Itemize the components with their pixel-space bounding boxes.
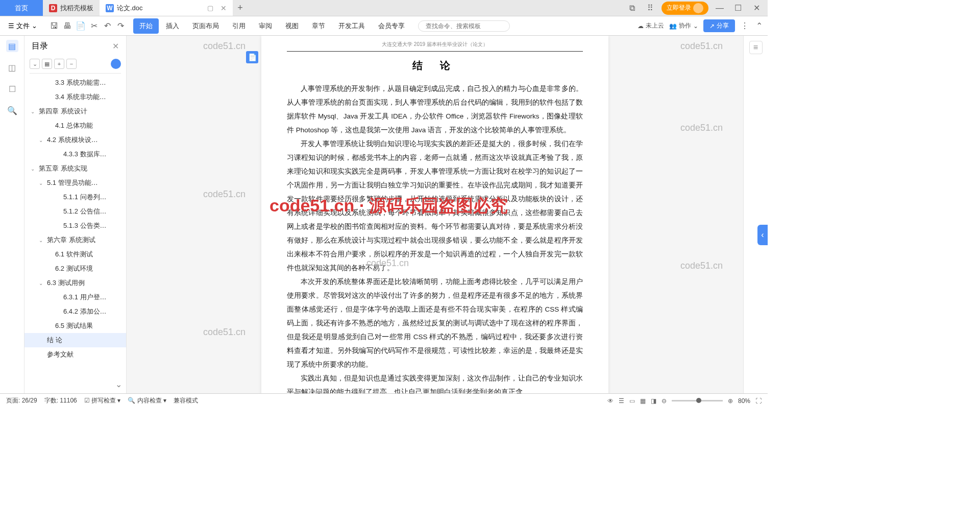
share-button[interactable]: ↗分享 [703,19,735,32]
zoom-in-icon[interactable]: ⊕ [728,397,733,405]
document-page: 📄 大连交通大学 2019 届本科生毕业设计（论文） 结 论 人事管理系统的开发… [261,36,608,393]
outline-toggle-icon[interactable]: ▤ [6,40,18,52]
collab-label: 协作 [679,21,691,30]
collab-button[interactable]: 👥协作⌄ [669,21,698,30]
ribbon-tab-chapter[interactable]: 章节 [306,18,331,34]
outline-panel: 目录 ✕ ⌄ ▦ + − 3.3 系统功能需…3.4 系统非功能…⌄第四章 系统… [24,36,127,393]
outline-item[interactable]: 4.3.3 数据库… [24,147,126,161]
outline-item[interactable]: 6.1 软件测试 [24,247,126,262]
outline-plus-icon[interactable]: + [54,59,64,69]
outline-item[interactable]: 结 论 [24,333,126,347]
ribbon-tab-insert[interactable]: 插入 [160,18,185,34]
fullscreen-icon[interactable]: ⛶ [755,397,762,405]
outline-item[interactable]: 参考文献 [24,347,126,362]
outline-collapse-icon[interactable]: ⌄ [30,59,40,69]
redo-icon[interactable]: ↷ [116,21,125,31]
outline-item[interactable]: 6.2 测试环境 [24,262,126,276]
outline-item[interactable]: 5.1.2 公告信… [24,204,126,219]
view-page-icon[interactable]: ▭ [629,397,635,405]
ribbon-tab-references[interactable]: 引用 [226,18,252,34]
minimize-button[interactable]: — [713,2,727,14]
outline-close-icon[interactable]: ✕ [112,41,119,51]
undo-icon[interactable]: ↶ [103,21,112,31]
status-contentcheck[interactable]: 🔍 内容检查 ▾ [128,396,166,405]
ribbon-bar: ☰ 文件 ⌄ 🖫 🖶 📄 ✂ ↶ ↷ 开始 插入 页面布局 引用 审阅 视图 章… [0,16,768,36]
outline-item[interactable]: 6.4.2 添加公… [24,304,126,319]
tab-document-active[interactable]: W 论文.doc ▢ ✕ [100,0,233,16]
document-area[interactable]: 📄 大连交通大学 2019 届本科生毕业设计（论文） 结 论 人事管理系统的开发… [127,36,743,393]
status-page[interactable]: 页面: 26/29 [6,396,37,405]
search-panel-icon[interactable]: 🔍 [6,104,18,116]
zoom-out-icon[interactable]: ⊖ [662,397,667,405]
zoom-level[interactable]: 80% [738,397,750,405]
chevron-down-icon: ⌄ [32,22,37,30]
layout-icon[interactable]: ⧉ [625,2,639,14]
tab-label: 找稻壳模板 [60,4,93,13]
ribbon-tab-start[interactable]: 开始 [133,18,159,34]
status-compat[interactable]: 兼容模式 [174,396,198,405]
close-button[interactable]: ✕ [749,2,764,14]
more-icon[interactable]: ⋮ [740,21,749,31]
outline-item[interactable]: ⌄4.2 系统模块设… [24,133,126,147]
divider [30,73,121,74]
apps-icon[interactable]: ⠿ [643,2,657,14]
status-wordcount[interactable]: 字数: 11106 [44,396,77,405]
outline-list[interactable]: 3.3 系统功能需…3.4 系统非功能…⌄第四章 系统设计4.1 总体功能⌄4.… [24,76,126,375]
file-menu-button[interactable]: ☰ 文件 ⌄ [4,21,41,31]
save-icon[interactable]: 🖫 [50,21,59,31]
view-eye-icon[interactable]: 👁 [607,397,614,405]
print-icon[interactable]: 🖶 [63,21,72,31]
outline-sync-icon[interactable] [111,59,121,69]
tab-templates[interactable]: D 找稻壳模板 [43,0,100,16]
ribbon-tab-review[interactable]: 审阅 [253,18,278,34]
outline-grid-icon[interactable]: ▦ [42,59,52,69]
login-button[interactable]: 立即登录 [662,2,708,15]
ribbon-tab-devtools[interactable]: 开发工具 [332,18,371,34]
outline-item[interactable]: 6.3.1 用户登… [24,290,126,304]
zoom-slider[interactable] [672,400,723,401]
cloud-status-button[interactable]: ☁未上云 [638,21,664,30]
outline-item[interactable]: ⌄第四章 系统设计 [24,104,126,119]
doc-icon: D [49,4,57,12]
search-input[interactable] [418,20,510,32]
outline-item[interactable]: 5.1.3 公告类… [24,219,126,233]
ribbon-tab-layout[interactable]: 页面布局 [186,18,225,34]
side-handle[interactable]: ‹ [757,225,768,245]
outline-scroll-down-icon[interactable]: ⌄ [111,375,126,393]
tab-close-icon[interactable]: ✕ [220,4,227,12]
paragraph-panel-icon[interactable]: ≡ [749,41,763,54]
outline-item[interactable]: ⌄第五章 系统实现 [24,161,126,176]
view-read-icon[interactable]: ☰ [619,397,624,405]
view-outline-icon[interactable]: ◨ [651,397,656,405]
maximize-button[interactable]: ☐ [731,2,745,14]
outline-item[interactable]: 3.3 系统功能需… [24,76,126,90]
status-bar: 页面: 26/29 字数: 11106 ☑ 拼写检查 ▾ 🔍 内容检查 ▾ 兼容… [0,393,768,408]
outline-item[interactable]: ⌄5.1 管理员功能… [24,176,126,190]
outline-item[interactable]: 4.1 总体功能 [24,119,126,133]
tab-add-button[interactable]: + [233,3,248,13]
tab-restore-icon[interactable]: ▢ [207,4,213,12]
outline-minus-icon[interactable]: − [66,59,77,69]
watermark: code51.cn [680,41,723,52]
preview-icon[interactable]: 📄 [76,21,85,31]
outline-item[interactable]: ⌄6.3 测试用例 [24,276,126,290]
bookmark-panel-icon[interactable]: ◫ [6,61,18,74]
view-web-icon[interactable]: ▦ [640,397,646,405]
watermark: code51.cn [203,41,246,52]
collapse-ribbon-icon[interactable]: ⌃ [754,21,764,31]
page-tag-icon[interactable]: 📄 [246,51,258,63]
ribbon-tab-vip[interactable]: 会员专享 [372,18,411,34]
outline-item[interactable]: 3.4 系统非功能… [24,90,126,104]
ribbon-tab-view[interactable]: 视图 [279,18,305,34]
outline-item[interactable]: 6.5 测试结果 [24,319,126,333]
tab-home[interactable]: 首页 [0,0,43,16]
favorite-icon[interactable]: ☐ [6,83,18,95]
doc-heading: 结 论 [287,59,583,73]
outline-item[interactable]: ⌄第六章 系统测试 [24,233,126,247]
right-sidebar: ≡ [743,36,768,393]
main-area: ▤ ◫ ☐ 🔍 目录 ✕ ⌄ ▦ + − 3.3 系统功能需…3.4 系统非功能… [0,36,768,393]
watermark: code51.cn [203,189,246,200]
cut-icon[interactable]: ✂ [89,21,99,31]
status-spellcheck[interactable]: ☑ 拼写检查 ▾ [84,396,121,405]
outline-item[interactable]: 5.1.1 问卷列… [24,190,126,204]
